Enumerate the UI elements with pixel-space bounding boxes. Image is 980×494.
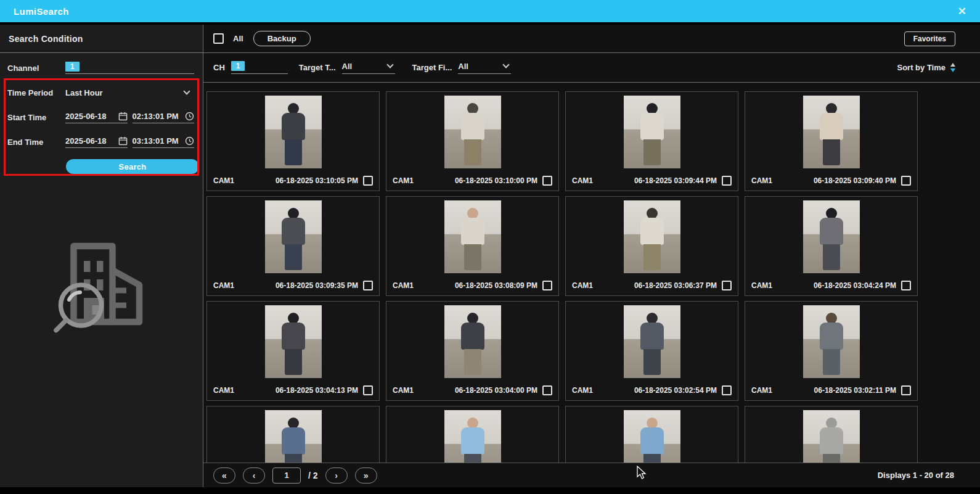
- sort-descending-icon[interactable]: [950, 68, 955, 72]
- page-number-input[interactable]: 1: [272, 467, 301, 484]
- timestamp-label: 06-18-2025 03:04:24 PM: [814, 281, 896, 290]
- figure-torso: [282, 113, 305, 140]
- end-time-label: End Time: [7, 138, 65, 147]
- card-caption: CAM1 06-18-2025 03:02:11 PM: [745, 381, 917, 400]
- clock-icon[interactable]: [185, 112, 194, 121]
- sort-control[interactable]: Sort by Time: [897, 63, 955, 72]
- content-area: Search Condition Channel 1 Time Period L…: [0, 25, 980, 487]
- select-checkbox[interactable]: [363, 176, 373, 186]
- camera-label: CAM1: [213, 281, 234, 290]
- figure-torso: [640, 427, 664, 455]
- favorites-button[interactable]: Favorites: [904, 31, 955, 46]
- result-card[interactable]: [745, 406, 918, 463]
- end-clock-input[interactable]: 03:13:01 PM: [133, 136, 195, 148]
- previous-page-button[interactable]: ‹: [243, 467, 265, 484]
- calendar-icon[interactable]: [118, 112, 128, 121]
- camera-label: CAM1: [572, 386, 593, 395]
- result-card[interactable]: CAM1 06-18-2025 03:09:40 PM: [745, 91, 918, 191]
- result-card[interactable]: CAM1 06-18-2025 03:09:44 PM: [565, 91, 738, 191]
- result-card[interactable]: CAM1 06-18-2025 03:08:09 PM: [386, 196, 559, 296]
- card-caption: CAM1 06-18-2025 03:10:05 PM: [207, 171, 379, 191]
- target-type-label: Target T...: [299, 63, 336, 72]
- select-all-checkbox[interactable]: [213, 33, 224, 44]
- start-clock-input[interactable]: 02:13:01 PM: [133, 112, 195, 123]
- select-all-label: All: [233, 34, 243, 43]
- timestamp-label: 06-18-2025 03:02:54 PM: [634, 386, 717, 395]
- result-card[interactable]: CAM1 06-18-2025 03:04:00 PM: [386, 301, 559, 401]
- select-checkbox[interactable]: [542, 281, 552, 290]
- result-card[interactable]: [206, 406, 380, 463]
- result-card[interactable]: CAM1 06-18-2025 03:10:00 PM: [386, 91, 559, 191]
- start-time-row: Start Time 2025-06-18 02: [7, 110, 194, 125]
- select-checkbox[interactable]: [901, 176, 911, 186]
- clock-icon[interactable]: [185, 136, 194, 146]
- person-thumbnail: [803, 96, 860, 168]
- result-card[interactable]: CAM1 06-18-2025 03:06:37 PM: [565, 196, 738, 296]
- card-caption: CAM1 06-18-2025 03:04:24 PM: [745, 276, 917, 295]
- result-card[interactable]: CAM1 06-18-2025 03:04:24 PM: [745, 196, 918, 296]
- select-checkbox[interactable]: [363, 281, 373, 290]
- chevron-down-icon: [503, 61, 510, 68]
- result-card[interactable]: CAM1 06-18-2025 03:10:05 PM: [206, 91, 380, 191]
- figure-legs: [643, 139, 661, 165]
- result-card[interactable]: [386, 406, 559, 463]
- chevron-down-icon: [183, 88, 190, 94]
- select-checkbox[interactable]: [901, 385, 911, 395]
- timestamp-label: 06-18-2025 03:09:35 PM: [276, 281, 358, 290]
- channel-input[interactable]: 1: [65, 62, 194, 74]
- end-clock-value: 03:13:01 PM: [133, 136, 179, 146]
- camera-label: CAM1: [751, 281, 772, 290]
- select-checkbox[interactable]: [901, 281, 911, 290]
- timestamp-label: 06-18-2025 03:10:00 PM: [455, 176, 537, 185]
- title-bar: LumiSearch ✕: [0, 0, 980, 22]
- next-page-button[interactable]: ›: [325, 467, 348, 484]
- select-checkbox[interactable]: [722, 281, 732, 290]
- figure-torso: [820, 427, 843, 455]
- camera-label: CAM1: [751, 176, 772, 185]
- ch-input[interactable]: 1: [231, 61, 288, 74]
- select-checkbox[interactable]: [363, 385, 373, 395]
- close-icon[interactable]: ✕: [958, 5, 966, 18]
- person-thumbnail: [624, 410, 680, 463]
- time-period-row: Time Period Last Hour: [7, 85, 194, 100]
- figure-legs: [823, 139, 840, 165]
- person-thumbnail: [444, 305, 501, 378]
- time-period-select[interactable]: Last Hour: [65, 87, 194, 99]
- result-card[interactable]: CAM1 06-18-2025 03:02:54 PM: [565, 301, 738, 401]
- sort-arrows[interactable]: [950, 63, 955, 72]
- camera-label: CAM1: [213, 176, 234, 185]
- first-page-button[interactable]: «: [213, 467, 235, 484]
- backup-button[interactable]: Backup: [253, 31, 311, 46]
- person-thumbnail: [624, 305, 680, 378]
- result-card[interactable]: CAM1 06-18-2025 03:04:13 PM: [206, 301, 380, 401]
- result-card[interactable]: CAM1 06-18-2025 03:02:11 PM: [745, 301, 918, 401]
- lumisearch-window: LumiSearch ✕ Search Condition Channel 1 …: [0, 0, 980, 494]
- timestamp-label: 06-18-2025 03:06:37 PM: [634, 281, 717, 290]
- target-type-value: All: [342, 62, 353, 71]
- figure-legs: [285, 349, 302, 375]
- last-page-button[interactable]: »: [355, 467, 377, 484]
- result-card[interactable]: [565, 406, 738, 463]
- chevron-down-icon: [386, 61, 393, 68]
- select-checkbox[interactable]: [722, 176, 732, 186]
- end-date-input[interactable]: 2025-06-18: [65, 136, 128, 148]
- start-date-input[interactable]: 2025-06-18: [65, 112, 128, 123]
- target-filter-select[interactable]: All: [458, 62, 511, 74]
- figure-legs: [823, 454, 840, 463]
- timestamp-label: 06-18-2025 03:09:44 PM: [634, 176, 717, 185]
- card-caption: CAM1 06-18-2025 03:09:40 PM: [745, 171, 917, 191]
- target-type-select[interactable]: All: [342, 62, 395, 74]
- calendar-icon[interactable]: [118, 136, 128, 146]
- timestamp-label: 06-18-2025 03:10:05 PM: [276, 176, 358, 185]
- figure-torso: [820, 113, 843, 140]
- select-checkbox[interactable]: [542, 176, 552, 186]
- select-checkbox[interactable]: [542, 385, 552, 395]
- camera-label: CAM1: [751, 386, 772, 395]
- result-card[interactable]: CAM1 06-18-2025 03:09:35 PM: [206, 196, 380, 296]
- timestamp-label: 06-18-2025 03:04:13 PM: [276, 386, 358, 395]
- sort-ascending-icon[interactable]: [950, 63, 955, 67]
- select-checkbox[interactable]: [722, 385, 732, 395]
- end-time-row: End Time 2025-06-18 03:1: [7, 134, 194, 149]
- search-button[interactable]: Search: [66, 159, 199, 174]
- figure-legs: [464, 139, 481, 165]
